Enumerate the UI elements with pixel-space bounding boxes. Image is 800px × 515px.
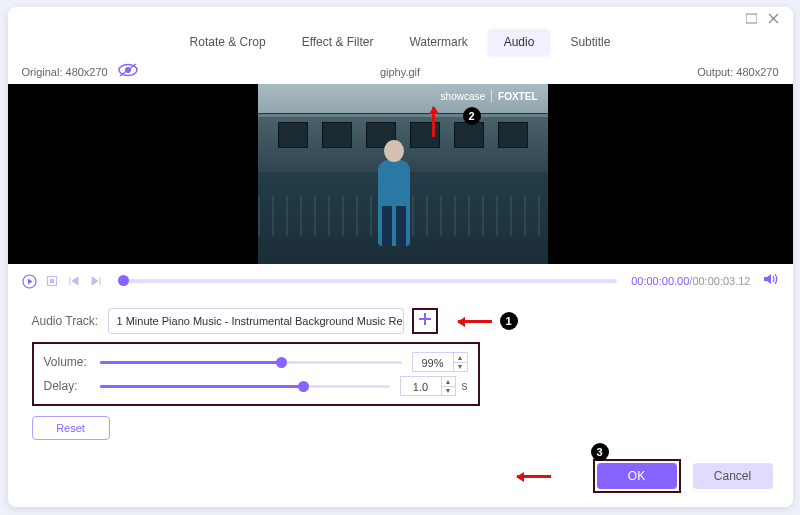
spin-up-icon: ▲ bbox=[442, 377, 455, 387]
audio-settings: Audio Track: 1 Minute Piano Music - Inst… bbox=[8, 298, 793, 450]
slider-group-highlight: Volume: 99% ▲▼ Delay: 1.0 ▲▼ s bbox=[32, 342, 480, 406]
playback-timeline[interactable] bbox=[118, 279, 618, 283]
window-close-icon[interactable] bbox=[763, 7, 785, 29]
tab-audio[interactable]: Audio bbox=[488, 29, 551, 55]
editor-window: Rotate & Crop Effect & Filter Watermark … bbox=[8, 7, 793, 507]
timecode: 00:00:00.00/00:00:03.12 bbox=[631, 275, 750, 287]
video-frame: showcase FOXTEL bbox=[258, 84, 548, 264]
play-icon[interactable] bbox=[22, 273, 38, 289]
reset-button[interactable]: Reset bbox=[32, 416, 110, 440]
playback-controls: 00:00:00.00/00:00:03.12 bbox=[8, 264, 793, 298]
video-watermark: showcase FOXTEL bbox=[441, 90, 538, 102]
spin-up-icon: ▲ bbox=[454, 353, 467, 363]
next-frame-icon[interactable] bbox=[88, 273, 104, 289]
volume-row: Volume: 99% ▲▼ bbox=[44, 350, 468, 374]
visibility-toggle-icon[interactable] bbox=[118, 63, 138, 80]
prev-frame-icon[interactable] bbox=[66, 273, 82, 289]
window-minimize-icon[interactable] bbox=[741, 7, 763, 29]
stop-icon[interactable] bbox=[44, 273, 60, 289]
volume-spinner[interactable]: ▲▼ bbox=[454, 352, 468, 372]
delay-slider-thumb[interactable] bbox=[298, 381, 309, 392]
ok-highlight: OK bbox=[593, 459, 681, 493]
add-track-button[interactable] bbox=[418, 312, 432, 330]
spin-down-icon: ▼ bbox=[454, 363, 467, 372]
delay-spinner[interactable]: ▲▼ bbox=[442, 376, 456, 396]
delay-row: Delay: 1.0 ▲▼ s bbox=[44, 374, 468, 398]
tab-effect-filter[interactable]: Effect & Filter bbox=[286, 29, 390, 55]
original-resolution: Original: 480x270 bbox=[22, 66, 108, 78]
footer-buttons: 3 OK Cancel bbox=[517, 459, 773, 493]
volume-slider-thumb[interactable] bbox=[276, 357, 287, 368]
timeline-thumb[interactable] bbox=[118, 275, 129, 286]
video-preview: showcase FOXTEL bbox=[8, 84, 793, 264]
audio-track-value: 1 Minute Piano Music - Instrumental Back… bbox=[117, 315, 404, 327]
info-bar: Original: 480x270 giphy.gif Output: 480x… bbox=[8, 61, 793, 84]
tab-subtitle[interactable]: Subtitle bbox=[554, 29, 626, 55]
audio-track-row: Audio Track: 1 Minute Piano Music - Inst… bbox=[32, 308, 769, 334]
filename-label: giphy.gif bbox=[380, 66, 420, 78]
volume-icon[interactable] bbox=[763, 272, 779, 290]
ok-button[interactable]: OK bbox=[597, 463, 677, 489]
tabs: Rotate & Crop Effect & Filter Watermark … bbox=[8, 29, 793, 61]
volume-value[interactable]: 99% bbox=[412, 352, 454, 372]
svg-rect-0 bbox=[746, 14, 757, 23]
add-track-highlight bbox=[412, 308, 438, 334]
audio-track-dropdown[interactable]: 1 Minute Piano Music - Instrumental Back… bbox=[108, 308, 404, 334]
volume-label: Volume: bbox=[44, 355, 100, 369]
delay-slider[interactable] bbox=[100, 385, 390, 388]
tab-watermark[interactable]: Watermark bbox=[393, 29, 483, 55]
svg-rect-6 bbox=[50, 279, 54, 283]
annotation-1: 1 bbox=[500, 312, 518, 330]
delay-unit: s bbox=[462, 379, 468, 393]
output-resolution: Output: 480x270 bbox=[697, 66, 778, 78]
spin-down-icon: ▼ bbox=[442, 387, 455, 396]
audio-track-label: Audio Track: bbox=[32, 314, 108, 328]
titlebar bbox=[8, 7, 793, 29]
volume-slider[interactable] bbox=[100, 361, 402, 364]
cancel-button[interactable]: Cancel bbox=[693, 463, 773, 489]
delay-value[interactable]: 1.0 bbox=[400, 376, 442, 396]
delay-label: Delay: bbox=[44, 379, 100, 393]
tab-rotate-crop[interactable]: Rotate & Crop bbox=[174, 29, 282, 55]
